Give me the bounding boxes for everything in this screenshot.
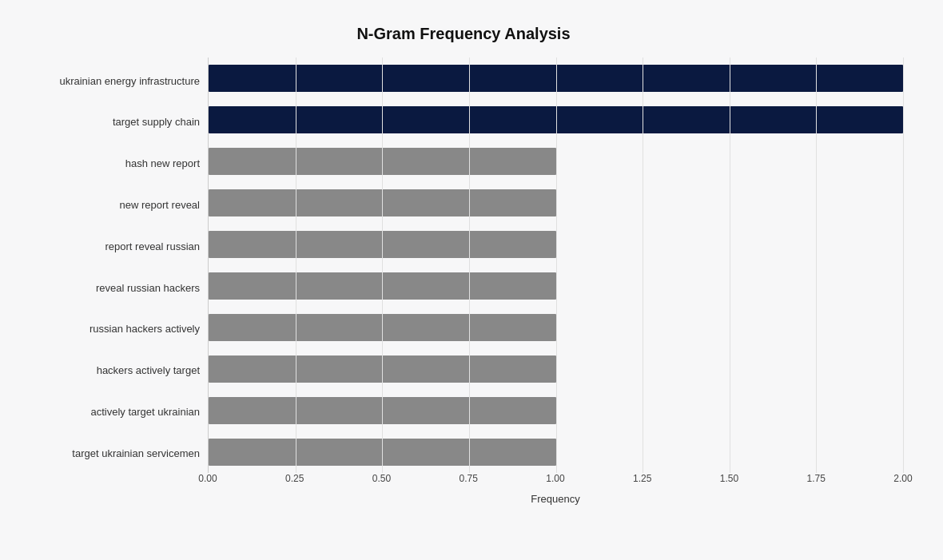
bar — [209, 314, 556, 341]
y-label: target supply chain — [24, 101, 200, 143]
bar-row — [209, 307, 903, 348]
bar — [209, 439, 556, 466]
bars-section — [208, 58, 903, 473]
bar-row — [209, 431, 903, 473]
y-label: actively target ukrainian — [24, 391, 200, 433]
bar-row — [209, 99, 903, 141]
bar-row — [209, 224, 903, 265]
x-tick: 0.75 — [460, 473, 478, 484]
plot-area: 0.000.250.500.751.001.251.501.752.00 Fre… — [208, 58, 903, 497]
x-tick: 0.25 — [285, 473, 304, 484]
x-tick: 1.25 — [633, 473, 651, 484]
y-axis: ukrainian energy infrastructuretarget su… — [24, 58, 208, 497]
x-ticks-wrapper: 0.000.250.500.751.001.251.501.752.00 — [208, 473, 903, 488]
bar — [209, 189, 556, 216]
bar — [209, 397, 556, 424]
bar — [209, 106, 903, 133]
x-axis-label: Frequency — [208, 493, 903, 505]
bar-row — [209, 265, 903, 307]
bar-row — [209, 58, 903, 99]
x-tick: 1.75 — [807, 473, 826, 484]
y-label: reveal russian hackers — [24, 267, 200, 308]
x-tick: 2.00 — [893, 473, 912, 484]
y-label: ukrainian energy infrastructure — [24, 61, 200, 102]
bar-row — [209, 141, 903, 182]
y-label: hash new report — [24, 143, 200, 185]
y-label: target ukrainian servicemen — [24, 433, 200, 475]
x-tick: 1.00 — [546, 473, 564, 484]
bar — [209, 148, 556, 175]
y-label: hackers actively target — [24, 350, 200, 391]
x-tick: 0.50 — [372, 473, 391, 484]
y-label: russian hackers actively — [24, 308, 200, 350]
bar — [209, 65, 903, 92]
x-axis: 0.000.250.500.751.001.251.501.752.00 Fre… — [208, 473, 903, 505]
bar-row — [209, 348, 903, 390]
chart-title: N-Gram Frequency Analysis — [24, 25, 903, 43]
y-label: report reveal russian — [24, 226, 200, 268]
chart-area: ukrainian energy infrastructuretarget su… — [24, 58, 903, 497]
grid-line — [903, 58, 904, 473]
bar-row — [209, 390, 903, 431]
bar — [209, 231, 556, 258]
bar — [209, 272, 556, 300]
x-tick: 1.50 — [720, 473, 738, 484]
chart-container: N-Gram Frequency Analysis ukrainian ener… — [16, 9, 927, 552]
bar-row — [209, 182, 903, 224]
y-label: new report reveal — [24, 185, 200, 226]
bar — [209, 355, 556, 383]
x-tick: 0.00 — [198, 473, 217, 484]
